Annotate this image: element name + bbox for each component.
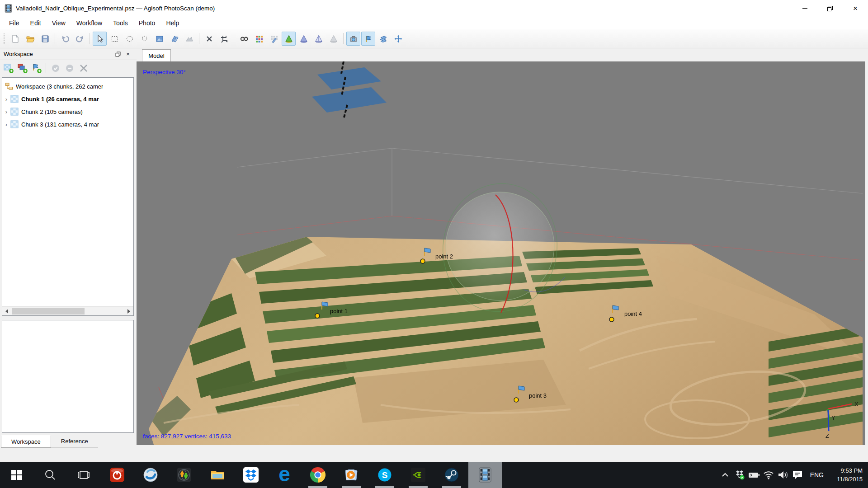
delete-item-icon[interactable]: [77, 62, 90, 75]
menu-workflow[interactable]: Workflow: [71, 19, 108, 27]
show-region-icon[interactable]: [376, 32, 390, 46]
remove-item-icon[interactable]: [63, 62, 75, 75]
tree-item-chunk-3[interactable]: › Chunk 3 (131 cameras, 4 mar: [2, 118, 133, 131]
workspace-tree: Workspace (3 chunks, 262 camer › Chunk 1…: [2, 77, 134, 316]
wifi-icon[interactable]: [761, 462, 776, 488]
nvidia-geforce-icon[interactable]: [401, 462, 435, 488]
window-title: Valladolid_Nadir_Oblique_Experimental.ps…: [16, 5, 792, 12]
file-explorer-icon[interactable]: [201, 462, 234, 488]
float-pane-icon[interactable]: [113, 50, 123, 59]
tree-item-workspace-root[interactable]: Workspace (3 chunks, 262 camer: [2, 80, 133, 93]
axis-z-label: Z: [826, 432, 829, 439]
move-region-icon[interactable]: [391, 32, 405, 46]
power-app-icon[interactable]: [100, 462, 134, 488]
open-project-icon[interactable]: [23, 32, 37, 46]
freeform-selection-icon[interactable]: [137, 32, 151, 46]
marker-dot[interactable]: [420, 259, 425, 263]
menu-edit[interactable]: Edit: [25, 19, 47, 27]
minimize-button[interactable]: [792, 0, 817, 17]
download-manager-icon[interactable]: [167, 462, 201, 488]
circle-selection-icon[interactable]: [123, 32, 137, 46]
marker-dot[interactable]: [609, 317, 614, 322]
marker-label: point 4: [624, 310, 642, 317]
menu-photo[interactable]: Photo: [133, 19, 161, 27]
delete-selection-icon[interactable]: [202, 32, 216, 46]
battery-icon[interactable]: [747, 462, 761, 488]
system-tray: ENG 9:53 PM 11/8/2015: [718, 462, 868, 488]
scroll-left-icon[interactable]: [2, 307, 11, 315]
action-center-icon[interactable]: [790, 462, 805, 488]
expand-chevron-icon[interactable]: ›: [2, 121, 10, 128]
close-button[interactable]: ×: [843, 0, 868, 17]
tab-workspace[interactable]: Workspace: [1, 435, 51, 448]
crop-selection-icon[interactable]: [217, 32, 231, 46]
edit-photos-icon[interactable]: [267, 32, 281, 46]
torrent-app-icon[interactable]: [134, 462, 167, 488]
task-view-button[interactable]: [67, 462, 100, 488]
language-indicator[interactable]: ENG: [805, 471, 829, 479]
tab-model[interactable]: Model: [142, 49, 171, 61]
chrome-icon[interactable]: [301, 462, 335, 488]
main-toolbar: [0, 29, 868, 48]
clock[interactable]: 9:53 PM 11/8/2015: [829, 466, 863, 484]
edge-icon[interactable]: e: [268, 462, 301, 488]
new-document-icon[interactable]: [8, 32, 22, 46]
menu-file[interactable]: File: [4, 19, 25, 27]
photoscan-taskbar-icon[interactable]: [468, 462, 502, 488]
marker-dot[interactable]: [315, 314, 320, 318]
horizontal-scrollbar[interactable]: [2, 306, 133, 315]
expand-chevron-icon[interactable]: ›: [2, 96, 10, 103]
model-3d-scene: point 1 point 2 point 3: [137, 61, 865, 445]
marker-label: point 1: [330, 308, 348, 314]
tray-time: 9:53 PM: [841, 467, 863, 474]
tree-item-label: Chunk 1 (26 cameras, 4 mar: [21, 96, 99, 103]
save-project-icon[interactable]: [38, 32, 52, 46]
media-player-icon[interactable]: [335, 462, 368, 488]
expand-chevron-icon[interactable]: ›: [2, 108, 10, 115]
workspace-pane-title: Workspace: [4, 51, 33, 57]
tree-item-chunk-1[interactable]: › Chunk 1 (26 cameras, 4 mar: [2, 93, 133, 105]
view-tab-bar: Model: [137, 48, 868, 61]
add-photos-icon[interactable]: [16, 62, 28, 75]
show-markers-icon[interactable]: [361, 32, 375, 46]
search-icon[interactable]: [33, 462, 67, 488]
dropbox-icon[interactable]: [234, 462, 268, 488]
restore-button[interactable]: [817, 0, 843, 17]
rectangle-selection-icon[interactable]: [108, 32, 122, 46]
tray-date: 11/8/2015: [837, 476, 863, 483]
menu-view[interactable]: View: [47, 19, 71, 27]
steam-icon[interactable]: [435, 462, 468, 488]
chevron-up-icon[interactable]: [718, 462, 732, 488]
menu-tools[interactable]: Tools: [108, 19, 133, 27]
close-pane-icon[interactable]: ×: [123, 50, 133, 59]
camera-plane-icon: [312, 61, 387, 117]
menu-help[interactable]: Help: [160, 19, 184, 27]
tab-reference[interactable]: Reference: [51, 435, 98, 448]
terrain-icon[interactable]: [182, 32, 196, 46]
stereo-view-icon[interactable]: [237, 32, 251, 46]
enable-item-icon[interactable]: [49, 62, 61, 75]
scrollbar-thumb[interactable]: [12, 308, 85, 314]
classify-points-icon[interactable]: [167, 32, 181, 46]
dropbox-tray-icon[interactable]: [732, 462, 747, 488]
add-marker-icon[interactable]: [30, 62, 42, 75]
shaded-view-icon[interactable]: [282, 32, 296, 46]
model-viewport[interactable]: point 1 point 2 point 3: [137, 61, 865, 445]
scroll-right-icon[interactable]: [124, 307, 133, 315]
navigation-arrow-icon[interactable]: [93, 32, 107, 46]
skype-icon[interactable]: S: [368, 462, 401, 488]
show-cameras-icon[interactable]: [346, 32, 360, 46]
redo-icon[interactable]: [73, 32, 87, 46]
dense-cloud-icon[interactable]: [152, 32, 166, 46]
textured-view-icon[interactable]: [326, 32, 340, 46]
solid-view-icon[interactable]: [297, 32, 311, 46]
add-chunk-icon[interactable]: [2, 62, 14, 75]
wireframe-view-icon[interactable]: [311, 32, 326, 46]
start-button[interactable]: [0, 462, 33, 488]
tree-item-chunk-2[interactable]: › Chunk 2 (105 cameras): [2, 105, 133, 118]
undo-icon[interactable]: [58, 32, 72, 46]
marker-dot[interactable]: [514, 398, 519, 402]
volume-icon[interactable]: [776, 462, 790, 488]
show-thumbnails-icon[interactable]: [252, 32, 266, 46]
toolbar-grip[interactable]: [4, 33, 5, 44]
